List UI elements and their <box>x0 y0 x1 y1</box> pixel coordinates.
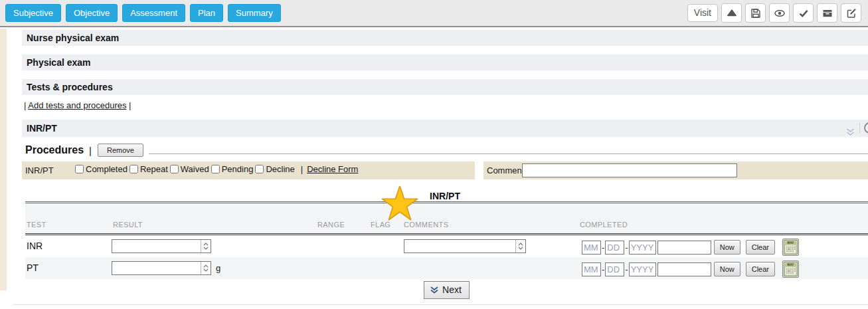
completed-checkbox[interactable] <box>75 165 84 173</box>
date-dash: - <box>625 243 628 253</box>
checkbox-waived[interactable]: Waived <box>170 164 209 174</box>
archive-button[interactable] <box>817 3 837 23</box>
section-inrpt[interactable]: INR/PT <box>22 120 868 137</box>
results-table-title: INR/PT <box>22 191 868 201</box>
status-checkbox-group: Completed Repeat Waived Pending Decline … <box>75 164 358 174</box>
tab-assessment[interactable]: Assessment <box>122 4 185 22</box>
section-physical-exam[interactable]: Physical exam <box>22 54 868 70</box>
next-button-row: Next <box>25 279 868 301</box>
decline-form-link[interactable]: Decline Form <box>307 164 358 174</box>
inr-calendar-button[interactable]: MAY <box>782 239 799 256</box>
collapse-section-button[interactable] <box>846 124 855 137</box>
toolbar-actions: Visit <box>687 3 868 23</box>
pt-time-input[interactable] <box>657 262 711 276</box>
pt-unit-label: g <box>216 263 220 273</box>
procedure-name-label: INR/PT <box>25 165 54 175</box>
spinner-up-icon <box>518 243 523 246</box>
checkbox-pending[interactable]: Pending <box>211 164 254 174</box>
spinner-up-icon <box>203 243 209 246</box>
inr-result-input[interactable] <box>112 240 201 253</box>
section-tests-procedures[interactable]: Tests & procedures <box>22 79 868 95</box>
inr-result-spinner <box>112 239 211 253</box>
pt-calendar-button[interactable]: MAY <box>782 260 799 278</box>
eye-icon <box>774 8 786 19</box>
checkbox-repeat[interactable]: Repeat <box>130 164 168 174</box>
waived-checkbox[interactable] <box>170 165 179 173</box>
checkbox-completed[interactable]: Completed <box>75 164 128 174</box>
confirm-button[interactable] <box>793 3 814 23</box>
repeat-checkbox[interactable] <box>130 165 138 173</box>
tab-plan[interactable]: Plan <box>190 4 223 22</box>
tab-objective[interactable]: Objective <box>66 4 118 22</box>
pt-month-input[interactable] <box>582 262 601 276</box>
date-dash: - <box>602 243 604 253</box>
next-button[interactable]: Next <box>424 281 470 299</box>
inr-clear-button[interactable]: Clear <box>746 240 775 255</box>
col-header-test: TEST <box>27 221 46 229</box>
check-icon <box>798 8 809 19</box>
spinner-buttons[interactable] <box>201 240 211 253</box>
eject-icon <box>727 8 737 19</box>
cell-divider <box>475 161 483 179</box>
add-tests-link[interactable]: Add tests and procedures <box>28 100 126 110</box>
checkbox-decline[interactable]: Decline <box>255 164 294 174</box>
col-header-completed: COMPLETED <box>580 221 628 229</box>
col-header-comments: COMMENTS <box>404 221 448 229</box>
spinner-down-icon <box>203 247 209 250</box>
archive-icon <box>822 8 833 19</box>
decline-label: Decline <box>266 164 294 174</box>
section-nurse-physical-exam[interactable]: Nurse physical exam <box>22 30 868 46</box>
pt-result-input[interactable] <box>112 262 201 274</box>
pt-year-input[interactable] <box>629 262 656 276</box>
next-label: Next <box>442 284 462 295</box>
repeat-label: Repeat <box>140 164 168 174</box>
date-dash: - <box>602 264 604 274</box>
procedures-legend: Procedures | Remove <box>25 144 149 157</box>
procedure-comments-input[interactable] <box>522 163 737 177</box>
save-button[interactable] <box>745 3 766 23</box>
svg-text:MAY: MAY <box>788 263 794 266</box>
preview-button[interactable] <box>769 3 790 23</box>
bottom-divider <box>13 304 868 305</box>
inr-time-input[interactable] <box>657 241 711 255</box>
note-section-tabs: Subjective Objective Assessment Plan Sum… <box>0 4 281 22</box>
inr-month-input[interactable] <box>582 241 601 255</box>
pending-label: Pending <box>222 164 254 174</box>
visit-button[interactable]: Visit <box>687 4 718 22</box>
decline-checkbox[interactable] <box>255 165 264 173</box>
tab-subjective[interactable]: Subjective <box>5 4 61 22</box>
waived-label: Waived <box>181 164 209 174</box>
spinner-down-icon <box>203 268 209 272</box>
svg-text:MAY: MAY <box>788 241 794 245</box>
col-header-result: RESULT <box>113 221 143 229</box>
help-circle-icon <box>864 122 868 134</box>
decline-separator: | <box>301 164 303 174</box>
inr-completed-date-group: - - Now Clear MAY <box>582 239 799 256</box>
eject-button[interactable] <box>721 3 742 23</box>
spinner-up-icon <box>203 264 209 268</box>
spinner-buttons[interactable] <box>515 240 525 253</box>
section-title: INR/PT <box>27 123 57 134</box>
pt-day-input[interactable] <box>605 262 624 276</box>
bar-divider <box>859 123 860 134</box>
inr-year-input[interactable] <box>629 241 656 255</box>
top-toolbar: Subjective Objective Assessment Plan Sum… <box>0 0 868 27</box>
pipe-right: | <box>129 100 131 110</box>
spinner-buttons[interactable] <box>201 262 211 274</box>
inr-day-input[interactable] <box>605 241 624 255</box>
inr-comments-input[interactable] <box>404 240 515 253</box>
pt-clear-button[interactable]: Clear <box>746 262 775 276</box>
remove-button[interactable]: Remove <box>98 144 143 157</box>
inr-now-button[interactable]: Now <box>714 240 740 255</box>
pending-checkbox[interactable] <box>211 165 220 173</box>
table-row-pt: PT g - - Now Clear MAY <box>25 257 868 279</box>
left-margin-strip <box>0 29 7 290</box>
tab-summary[interactable]: Summary <box>228 4 281 22</box>
table-row-inr: INR - - Now Clear <box>25 235 868 257</box>
completed-label: Completed <box>86 164 128 174</box>
test-name-inr: INR <box>27 241 43 251</box>
procedures-title: Procedures <box>25 144 84 156</box>
pt-now-button[interactable]: Now <box>714 262 740 276</box>
inr-comments-spinner <box>404 239 526 253</box>
edit-note-button[interactable] <box>841 3 861 23</box>
